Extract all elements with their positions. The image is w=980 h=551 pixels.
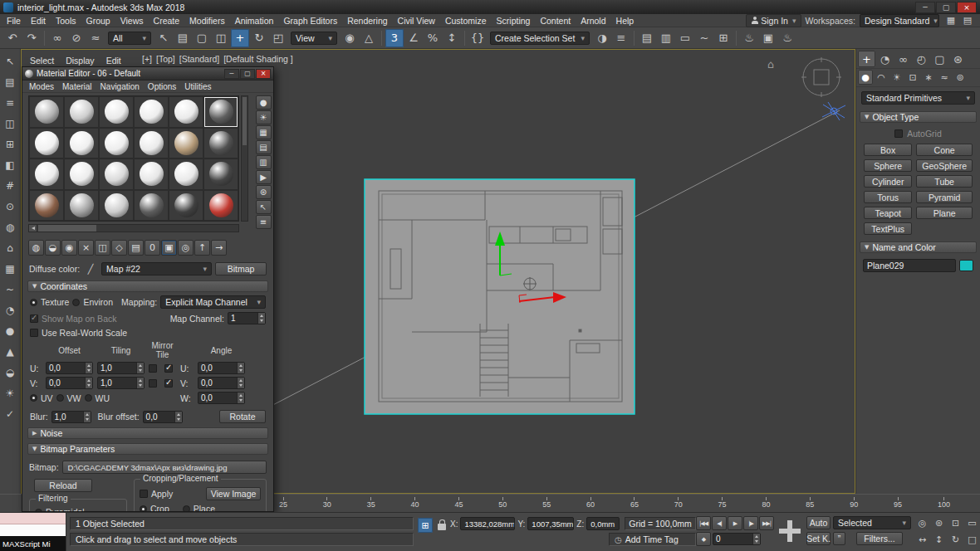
- workspace-grid-icon[interactable]: ▦: [943, 13, 958, 28]
- viewport-label-segment[interactable]: [Top]: [156, 54, 175, 64]
- plane-object[interactable]: [365, 179, 635, 414]
- pan-icon[interactable]: ↔: [914, 532, 930, 548]
- sample-slot[interactable]: [203, 128, 238, 159]
- tab-motion[interactable]: ◴: [913, 51, 930, 67]
- sample-slot[interactable]: [134, 96, 169, 128]
- sample-slot[interactable]: [99, 128, 134, 159]
- me-minimize-button[interactable]: ─: [224, 69, 239, 79]
- place-radio[interactable]: [183, 505, 190, 513]
- maxscript-script-pane[interactable]: [0, 524, 66, 536]
- curve-tool-icon[interactable]: ~: [2, 281, 18, 298]
- category-spacewarps-icon[interactable]: ≈: [937, 70, 952, 85]
- u-tiling-spinner[interactable]: 1,0: [97, 362, 145, 374]
- viewport-label-segment[interactable]: [Standard]: [179, 54, 219, 64]
- check-tool-icon[interactable]: ✓: [2, 406, 18, 422]
- rendered-frame-window-icon[interactable]: ▣: [759, 29, 777, 47]
- name-and-color-rollout[interactable]: Name and Color: [860, 241, 977, 253]
- bitmap-path-button[interactable]: D:\CGACADEMY 3dmax\Арх виз\drawing.jpg: [62, 461, 267, 474]
- menu-item[interactable]: Rendering: [342, 15, 392, 27]
- sample-slot[interactable]: [99, 190, 134, 222]
- sample-slot[interactable]: [169, 128, 203, 159]
- category-helpers-icon[interactable]: ∗: [921, 70, 936, 85]
- set-key-options-icon[interactable]: ”: [833, 532, 845, 545]
- spinner-arrows-icon[interactable]: [237, 363, 244, 373]
- coordinates-rollout[interactable]: Coordinates: [27, 280, 268, 292]
- sample-slot[interactable]: [169, 96, 203, 128]
- walkthrough-icon[interactable]: ↕: [931, 532, 947, 548]
- layer-explorer-icon[interactable]: ▥: [657, 29, 675, 47]
- blur-spinner[interactable]: 1,0: [51, 411, 91, 423]
- zoom-all-icon[interactable]: ⊚: [931, 515, 947, 531]
- v-angle-spinner[interactable]: 0,0: [198, 377, 245, 389]
- viewport-label-segment[interactable]: [Default Shading ]: [223, 54, 292, 64]
- apply-checkbox[interactable]: [140, 490, 148, 498]
- menu-item[interactable]: Help: [611, 15, 639, 27]
- use-real-world-scale-checkbox[interactable]: [30, 329, 38, 337]
- object-color-swatch[interactable]: [959, 260, 973, 271]
- scene-explorer-menu[interactable]: Display: [61, 55, 99, 66]
- align-icon[interactable]: ≡: [612, 29, 630, 47]
- key-mode-icon[interactable]: ◆: [696, 532, 711, 546]
- auto-key-button[interactable]: Auto: [806, 516, 831, 529]
- schematic-view-icon[interactable]: ⊞: [714, 29, 733, 47]
- angle-snap-icon[interactable]: ∠: [404, 29, 423, 47]
- render-setup-icon[interactable]: ♨: [740, 29, 758, 47]
- material-editor-menu[interactable]: Material: [58, 82, 96, 91]
- go-to-parent-icon[interactable]: ↑: [194, 240, 210, 256]
- menu-item[interactable]: Content: [535, 15, 576, 27]
- object-type-button[interactable]: Cylinder: [864, 175, 912, 188]
- tab-utilities[interactable]: ⊛: [949, 51, 967, 67]
- sample-slot[interactable]: [29, 158, 64, 190]
- use-pivot-center-icon[interactable]: ◉: [341, 29, 359, 47]
- make-unique-icon[interactable]: ◇: [111, 240, 127, 256]
- scene-explorer-menu[interactable]: Edit: [101, 55, 126, 66]
- create-selection-set-dropdown[interactable]: Create Selection Set: [490, 32, 590, 45]
- sample-slot[interactable]: [169, 158, 203, 190]
- reset-map-icon[interactable]: ×: [78, 240, 94, 256]
- map-channel-spinner[interactable]: 1: [228, 312, 266, 324]
- put-to-library-icon[interactable]: ▤: [128, 240, 144, 256]
- material-tool-icon[interactable]: ◍: [2, 219, 18, 236]
- scene-explorer-menu[interactable]: Select: [25, 55, 59, 66]
- show-map-on-back-checkbox[interactable]: [30, 315, 38, 323]
- sample-vertical-scrollbar[interactable]: [241, 95, 248, 222]
- mapping-dropdown[interactable]: Explicit Map Channel: [160, 295, 266, 309]
- category-cameras-icon[interactable]: ⊡: [905, 70, 920, 85]
- material-editor-menu[interactable]: Modes: [25, 82, 58, 91]
- view-cube[interactable]: [801, 57, 841, 97]
- object-type-button[interactable]: Plane: [916, 207, 973, 219]
- background-icon[interactable]: ▦: [256, 125, 272, 139]
- maxscript-mini-listener[interactable]: MAXScript Mi: [0, 513, 66, 551]
- object-name-field[interactable]: Plane029: [863, 259, 956, 272]
- set-key-button[interactable]: Set K.: [806, 532, 831, 545]
- blur-offset-spinner[interactable]: 0,0: [143, 411, 183, 423]
- uv-radio[interactable]: [30, 394, 37, 402]
- tab-hierarchy[interactable]: ∞: [894, 51, 912, 67]
- put-material-to-scene-icon[interactable]: ◒: [45, 240, 61, 256]
- select-tool-icon[interactable]: ↖: [2, 53, 18, 70]
- reference-coordinate-dropdown[interactable]: View: [291, 32, 337, 45]
- select-and-move-icon[interactable]: +: [231, 29, 249, 47]
- rotate-button[interactable]: Rotate: [219, 410, 266, 423]
- object-type-button[interactable]: Tube: [916, 175, 973, 188]
- minimize-button[interactable]: ─: [915, 2, 935, 13]
- selection-lock-icon[interactable]: [438, 524, 446, 530]
- spinner-arrows-icon[interactable]: [85, 378, 92, 388]
- menu-item[interactable]: Animation: [230, 15, 279, 27]
- u-tile-checkbox[interactable]: [164, 364, 173, 373]
- undo-icon[interactable]: ↶: [3, 29, 22, 47]
- select-object-icon[interactable]: ↖: [154, 29, 173, 47]
- zoom-extents-icon[interactable]: ⊡: [948, 515, 963, 531]
- go-to-end-icon[interactable]: ▶▶|: [759, 516, 774, 530]
- material-editor-menu[interactable]: Utilities: [180, 82, 215, 91]
- menu-item[interactable]: Civil View: [393, 15, 440, 27]
- backlight-icon[interactable]: ☀: [256, 110, 272, 124]
- get-material-icon[interactable]: ◍: [28, 240, 44, 256]
- menu-item[interactable]: Customize: [440, 15, 492, 27]
- sample-slot[interactable]: [64, 190, 99, 222]
- menu-item[interactable]: Scripting: [492, 15, 536, 27]
- sample-slot[interactable]: [169, 190, 203, 222]
- spinner-arrows-icon[interactable]: [752, 534, 760, 544]
- render-tool-icon[interactable]: ◒: [2, 364, 18, 381]
- spinner-arrows-icon[interactable]: [136, 378, 144, 388]
